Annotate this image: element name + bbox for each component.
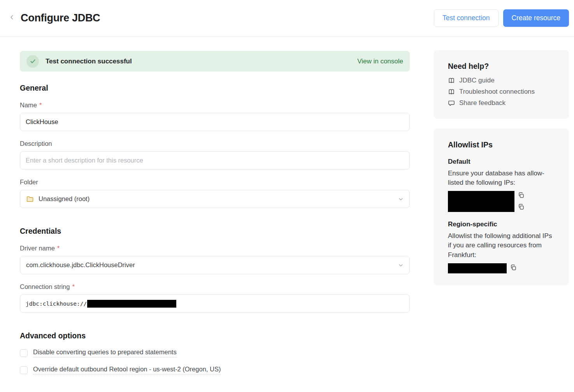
driver-name-field: Driver name * com.clickhouse.jdbc.ClickH… xyxy=(20,245,410,274)
troubleshoot-connections-link[interactable]: Troubleshoot connections xyxy=(448,88,555,96)
header: Configure JDBC Test connection Create re… xyxy=(0,0,574,37)
option-disable-prepared-statements[interactable]: Disable converting queries to prepared s… xyxy=(20,348,410,357)
help-link-label: JDBC guide xyxy=(459,77,495,84)
description-label: Description xyxy=(20,140,410,147)
folder-icon xyxy=(26,195,34,203)
description-input[interactable] xyxy=(20,151,410,170)
help-link-label: Troubleshoot connections xyxy=(459,88,535,96)
connection-string-input[interactable]: jdbc:clickhouse:// xyxy=(20,294,410,313)
need-help-card: Need help? JDBC guide Troubleshoot conne… xyxy=(434,50,569,119)
need-help-heading: Need help? xyxy=(448,62,555,71)
copy-buttons xyxy=(518,191,525,210)
name-field: Name * xyxy=(20,102,410,131)
option-override-outbound-region[interactable]: Override default outbound Retool region … xyxy=(20,366,410,374)
folder-select[interactable]: Unassigned (root) xyxy=(20,190,410,208)
checkbox-label[interactable]: Disable converting queries to prepared s… xyxy=(33,348,177,357)
required-asterisk: * xyxy=(39,102,42,109)
required-asterisk: * xyxy=(72,283,74,290)
checkbox[interactable] xyxy=(20,349,28,357)
chevron-down-icon xyxy=(398,196,404,202)
check-circle-icon xyxy=(26,55,39,68)
view-in-console-link[interactable]: View in console xyxy=(357,58,403,65)
default-text: Ensure your database has allow-listed th… xyxy=(448,169,555,187)
copy-icon[interactable] xyxy=(518,204,525,210)
driver-name-value: com.clickhouse.jdbc.ClickHouseDriver xyxy=(26,261,135,269)
default-ip-row xyxy=(448,191,555,212)
credentials-heading: Credentials xyxy=(20,227,410,236)
copy-icon[interactable] xyxy=(510,263,517,271)
region-specific-text: Allowlist the following additional IPs i… xyxy=(448,231,555,259)
book-icon xyxy=(448,77,455,84)
create-resource-button[interactable]: Create resource xyxy=(503,9,569,27)
banner-message: Test connection successful xyxy=(46,58,132,65)
redaction-block xyxy=(87,300,176,308)
driver-name-select[interactable]: com.clickhouse.jdbc.ClickHouseDriver xyxy=(20,256,410,274)
chevron-down-icon xyxy=(398,262,404,268)
general-heading: General xyxy=(20,84,410,93)
connection-string-label: Connection string * xyxy=(20,283,410,290)
help-link-label: Share feedback xyxy=(459,99,506,107)
page-title: Configure JDBC xyxy=(21,12,100,24)
chat-bubble-icon xyxy=(448,100,455,107)
chevron-left-icon xyxy=(9,14,15,22)
content: Test connection successful View in conso… xyxy=(0,37,574,374)
default-subheading: Default xyxy=(448,158,555,166)
book-icon xyxy=(448,88,455,95)
required-asterisk: * xyxy=(57,245,60,252)
description-field: Description xyxy=(20,140,410,170)
allowlist-heading: Allowlist IPs xyxy=(448,140,555,149)
jdbc-guide-link[interactable]: JDBC guide xyxy=(448,77,555,84)
connection-string-field: Connection string * jdbc:clickhouse:// xyxy=(20,283,410,313)
redaction-block xyxy=(448,263,507,273)
header-actions: Test connection Create resource xyxy=(434,9,569,27)
name-label: Name * xyxy=(20,102,410,109)
sidebar: Need help? JDBC guide Troubleshoot conne… xyxy=(434,50,569,285)
folder-value: Unassigned (root) xyxy=(39,195,90,203)
checkbox-label[interactable]: Override default outbound Retool region … xyxy=(33,366,221,374)
connection-string-value: jdbc:clickhouse:// xyxy=(26,301,87,307)
back-button[interactable] xyxy=(7,14,16,23)
region-specific-subheading: Region-specific xyxy=(448,220,555,228)
test-connection-button[interactable]: Test connection xyxy=(434,9,499,27)
allowlist-ips-card: Allowlist IPs Default Ensure your databa… xyxy=(434,129,569,285)
checkbox[interactable] xyxy=(20,366,28,374)
success-banner: Test connection successful View in conso… xyxy=(20,51,410,72)
driver-name-label: Driver name * xyxy=(20,245,410,252)
name-input[interactable] xyxy=(20,113,410,131)
main-form: Test connection successful View in conso… xyxy=(20,51,410,374)
help-links: JDBC guide Troubleshoot connections Shar… xyxy=(448,77,555,107)
region-ip-row xyxy=(448,263,555,273)
folder-field: Folder Unassigned (root) xyxy=(20,178,410,208)
advanced-options-heading: Advanced options xyxy=(20,331,410,340)
redaction-block xyxy=(448,191,514,212)
share-feedback-link[interactable]: Share feedback xyxy=(448,99,555,107)
copy-icon[interactable] xyxy=(518,192,525,199)
folder-label: Folder xyxy=(20,178,410,186)
